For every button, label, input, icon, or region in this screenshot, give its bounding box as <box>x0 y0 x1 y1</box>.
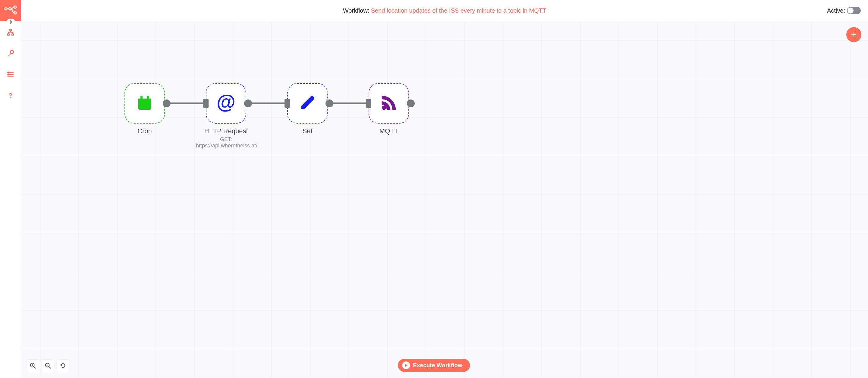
node-cron: Cron <box>115 83 175 135</box>
sidebar: ? <box>0 0 21 378</box>
svg-point-7 <box>10 50 13 54</box>
list-icon <box>7 71 14 78</box>
credentials-nav[interactable] <box>7 50 14 57</box>
node-box-http[interactable]: @ <box>206 83 246 124</box>
toggle-knob <box>847 7 854 13</box>
active-toggle-group: Active: <box>827 0 861 21</box>
n8n-logo-icon <box>4 4 18 18</box>
zoom-reset-button[interactable] <box>57 359 69 372</box>
node-mqtt: MQTT <box>359 83 419 135</box>
node-box-set[interactable] <box>287 83 328 124</box>
node-input-port[interactable] <box>284 99 290 108</box>
workflow-canvas[interactable]: Cron@HTTP RequestGET: https://api.wheret… <box>21 21 868 378</box>
svg-line-24 <box>49 367 50 368</box>
key-icon <box>7 50 14 57</box>
node-input-port[interactable] <box>366 99 371 108</box>
sitemap-icon <box>7 29 14 36</box>
svg-marker-26 <box>405 364 408 367</box>
node-title: Set <box>277 127 338 135</box>
svg-rect-5 <box>7 34 9 35</box>
svg-text:?: ? <box>8 92 12 99</box>
zoom-out-button[interactable] <box>41 359 54 372</box>
zoom-out-icon <box>44 362 51 369</box>
zoom-in-button[interactable] <box>27 359 39 372</box>
node-output-port[interactable] <box>407 99 415 107</box>
calendar-icon <box>136 94 153 113</box>
execute-workflow-button[interactable]: Execute Workflow <box>398 359 470 372</box>
node-box-mqtt[interactable] <box>369 83 409 124</box>
node-set: Set <box>277 83 338 135</box>
executions-nav[interactable] <box>7 70 14 78</box>
at-icon: @ <box>216 93 236 114</box>
node-output-port[interactable] <box>163 99 170 107</box>
svg-rect-15 <box>138 99 151 101</box>
node-title: HTTP Request <box>196 127 256 135</box>
node-title: Cron <box>115 127 175 135</box>
active-toggle[interactable] <box>847 7 861 14</box>
active-label: Active: <box>827 7 845 14</box>
node-title: MQTT <box>359 127 419 135</box>
node-input-port[interactable] <box>203 99 209 108</box>
sidebar-nav: ? <box>7 28 14 99</box>
workflows-nav[interactable] <box>7 28 14 36</box>
node-http: @HTTP RequestGET: https://api.wheretheis… <box>196 83 256 149</box>
chevron-right-icon <box>9 20 13 24</box>
node-output-port[interactable] <box>244 99 252 107</box>
help-nav[interactable]: ? <box>7 92 14 99</box>
app-logo[interactable] <box>0 0 21 21</box>
workflow-title-name[interactable]: Send location updates of the ISS every m… <box>371 7 546 14</box>
execute-workflow-label: Execute Workflow <box>413 362 462 369</box>
zoom-controls <box>27 359 69 372</box>
node-output-port[interactable] <box>326 99 333 107</box>
feed-icon <box>380 94 397 113</box>
play-icon <box>404 363 408 368</box>
question-icon: ? <box>7 92 14 99</box>
svg-text:@: @ <box>217 93 236 113</box>
workflow-title: Workflow: Send location updates of the I… <box>343 7 546 14</box>
add-node-button[interactable] <box>846 27 861 42</box>
workflow-title-prefix: Workflow: <box>343 7 371 14</box>
zoom-in-icon <box>30 362 36 369</box>
node-subtitle: GET: https://api.wheretheiss.at/... <box>196 136 256 149</box>
plus-icon <box>850 31 857 38</box>
pencil-icon <box>299 95 315 112</box>
svg-line-20 <box>34 367 35 368</box>
svg-rect-6 <box>12 34 13 35</box>
svg-rect-4 <box>10 29 11 31</box>
node-box-cron[interactable] <box>124 83 165 124</box>
play-icon-circle <box>402 361 410 369</box>
undo-icon <box>60 362 66 369</box>
header-bar: Workflow: Send location updates of the I… <box>21 0 868 21</box>
sidebar-expand-button[interactable] <box>7 19 15 25</box>
